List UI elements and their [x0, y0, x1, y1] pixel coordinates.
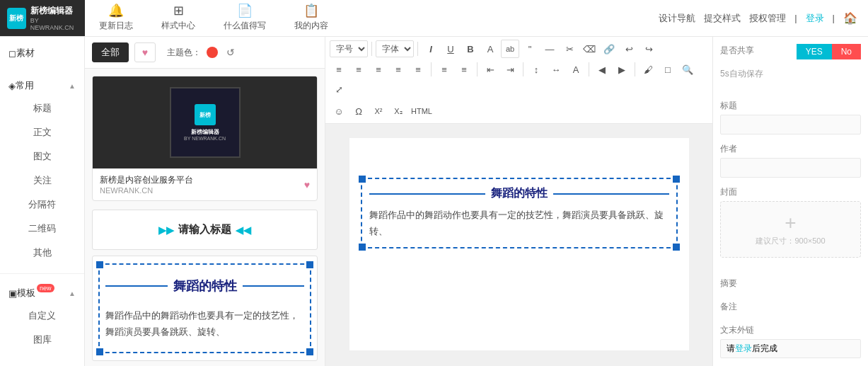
border-btn[interactable]: □ — [659, 60, 677, 79]
emoji-btn[interactable]: ☺ — [330, 102, 348, 120]
highlight-btn[interactable]: ab — [501, 40, 519, 58]
main-layout: ◻ 素材 ◈ 常用 ▲ 标题 正文 图文 关注 分隔符 二维码 其他 ▣ 模板 … — [0, 37, 868, 366]
auth-mgmt-btn[interactable]: 授权管理 — [749, 12, 786, 25]
editor-toolbar: 字号 字体 I U B A ab " — ✂ ⌫ 🔗 ↩ ↪ — [325, 37, 712, 124]
content-card: 舞蹈的特性 舞蹈作品中的舞蹈动作也要具有一定的技艺性，舞蹈演员要具备跳跃、旋转、 — [92, 256, 318, 361]
handle-bl[interactable] — [359, 244, 366, 251]
sidebar-material-section: ◻ 素材 — [0, 37, 84, 69]
tb-divider-3 — [431, 62, 432, 76]
design-nav-btn[interactable]: 设计导航 — [659, 12, 695, 25]
handle-tl[interactable] — [359, 176, 366, 183]
sidebar-template-header[interactable]: ▣ 模板 new ▲ — [0, 282, 84, 304]
sidebar-item-other[interactable]: 其他 — [0, 241, 84, 265]
footer-link-input[interactable]: 请登录后完成 — [720, 339, 861, 358]
bold-btn[interactable]: B — [461, 40, 480, 58]
sidebar-item-body[interactable]: 正文 — [0, 120, 84, 144]
special-char-btn[interactable]: Ω — [349, 102, 368, 120]
indent-btn[interactable]: ⇥ — [501, 60, 519, 79]
sidebar-item-follow[interactable]: 关注 — [0, 168, 84, 193]
undo-btn[interactable]: ↩ — [620, 40, 638, 58]
theme-dot[interactable] — [207, 47, 218, 58]
italic-btn[interactable]: I — [422, 40, 440, 58]
expand-btn[interactable]: ⤢ — [330, 80, 348, 98]
submit-style-btn[interactable]: 提交样式 — [704, 12, 741, 25]
template-card-info: 新榜是内容创业服务平台 NEWRANK.CN ♥ — [93, 168, 317, 200]
all-btn[interactable]: 全部 — [92, 42, 129, 62]
sidebar-common-header[interactable]: ◈ 常用 ▲ — [0, 75, 84, 96]
prev-btn[interactable]: ◀ — [593, 60, 611, 79]
html-btn[interactable]: HTML — [409, 102, 434, 120]
letter-spacing-btn[interactable]: ↔ — [547, 60, 565, 79]
nav-update-log[interactable]: 🔔 更新日志 — [85, 0, 147, 36]
autosave-text: 5s自动保存 — [720, 69, 763, 79]
handle-bl[interactable] — [96, 348, 103, 355]
no-btn[interactable]: No — [832, 44, 861, 59]
font-family-select[interactable]: 字体 — [376, 40, 414, 57]
author-input[interactable] — [720, 158, 861, 178]
heart-icon[interactable]: ♥ — [304, 179, 310, 190]
home-icon[interactable]: 🏠 — [843, 11, 857, 25]
scissors-btn[interactable]: ✂ — [560, 40, 579, 58]
nav-style-center[interactable]: ⊞ 样式中心 — [147, 0, 209, 36]
handle-tr[interactable] — [673, 176, 680, 183]
footer-link-suffix: 后完成 — [752, 343, 777, 353]
font-color-btn[interactable]: A — [567, 60, 585, 79]
common-label: 常用 — [16, 79, 34, 92]
abstract-label: 摘要 — [720, 278, 861, 290]
selection-box: 舞蹈的特性 舞蹈作品中的舞蹈动作也要具有一定的技艺性，舞蹈演员要具备跳跃、旋转、 — [98, 263, 311, 353]
refresh-icon[interactable]: ↺ — [226, 47, 235, 58]
color-btn[interactable]: A — [481, 40, 499, 58]
line-height-btn[interactable]: ↕ — [527, 60, 545, 79]
align-center-btn[interactable]: ≡ — [349, 60, 368, 79]
editor-empty-space — [361, 149, 678, 178]
sidebar-item-custom[interactable]: 自定义 — [0, 304, 84, 328]
editor-page[interactable]: 舞蹈的特性 舞蹈作品中的舞蹈动作也要具有一定的技艺性，舞蹈演员要具备跳跃、旋转、 — [349, 138, 689, 350]
footer-link-action[interactable]: 登录 — [735, 343, 752, 353]
handle-br[interactable] — [673, 244, 680, 251]
align-right-btn[interactable]: ≡ — [369, 60, 388, 79]
outdent-btn[interactable]: ⇤ — [481, 60, 499, 79]
template-card[interactable]: 新榜 新榜编辑器 BY NEWRANK.CN 新榜是内容创业服务平台 NEWRA… — [92, 76, 318, 201]
heading-line-right — [243, 285, 305, 287]
sidebar-item-qrcode[interactable]: 二维码 — [0, 217, 84, 241]
align-justify-btn[interactable]: ≡ — [389, 60, 407, 79]
cover-label: 封面 — [720, 186, 861, 198]
font-size-select[interactable]: 字号 — [330, 40, 368, 57]
link-btn[interactable]: 🔗 — [600, 40, 618, 58]
list-ul-btn[interactable]: ≡ — [455, 60, 473, 79]
template-card-image: 新榜 新榜编辑器 BY NEWRANK.CN — [93, 76, 317, 168]
sidebar-item-imgtext[interactable]: 图文 — [0, 144, 84, 168]
eraser-btn[interactable]: ⌫ — [580, 40, 598, 58]
sidebar-item-divider-item[interactable]: 分隔符 — [0, 193, 84, 217]
title-banner-card: ▶▶ 请输入标题 ◀◀ — [92, 210, 318, 250]
handle-tr[interactable] — [306, 261, 313, 268]
zoom-btn[interactable]: 🔍 — [678, 60, 697, 79]
yes-btn[interactable]: YES — [797, 44, 832, 59]
remark-label: 备注 — [720, 301, 861, 313]
nav-worth-writing[interactable]: 📄 什么值得写 — [209, 0, 280, 36]
sidebar-item-title[interactable]: 标题 — [0, 96, 84, 120]
material-label: 素材 — [16, 47, 35, 59]
align-left-btn[interactable]: ≡ — [330, 60, 348, 79]
redo-btn[interactable]: ↪ — [640, 40, 658, 58]
sidebar-item-gallery[interactable]: 图库 — [0, 328, 84, 352]
tb-divider-1 — [371, 42, 372, 56]
superscript-btn[interactable]: X² — [369, 102, 388, 120]
sidebar-material-header[interactable]: ◻ 素材 — [0, 42, 84, 64]
align-all-btn[interactable]: ≡ — [409, 60, 427, 79]
cover-upload-area[interactable]: + 建议尺寸：900×500 — [720, 201, 861, 258]
list-ol-btn[interactable]: ≡ — [435, 60, 453, 79]
nav-my-content[interactable]: 📋 我的内容 — [280, 0, 342, 36]
handle-tl[interactable] — [96, 261, 103, 268]
next-btn[interactable]: ▶ — [613, 60, 631, 79]
dash-btn[interactable]: — — [540, 40, 559, 58]
underline-btn[interactable]: U — [441, 40, 460, 58]
quote-btn[interactable]: " — [521, 40, 539, 58]
abstract-section: 摘要 — [720, 278, 861, 292]
paint-btn[interactable]: 🖌 — [639, 60, 657, 79]
fav-btn[interactable]: ♥ — [134, 42, 156, 62]
title-input[interactable] — [720, 115, 861, 135]
handle-br[interactable] — [306, 348, 313, 355]
login-btn[interactable]: 登录 — [806, 12, 824, 25]
subscript-btn[interactable]: X₂ — [389, 102, 407, 120]
